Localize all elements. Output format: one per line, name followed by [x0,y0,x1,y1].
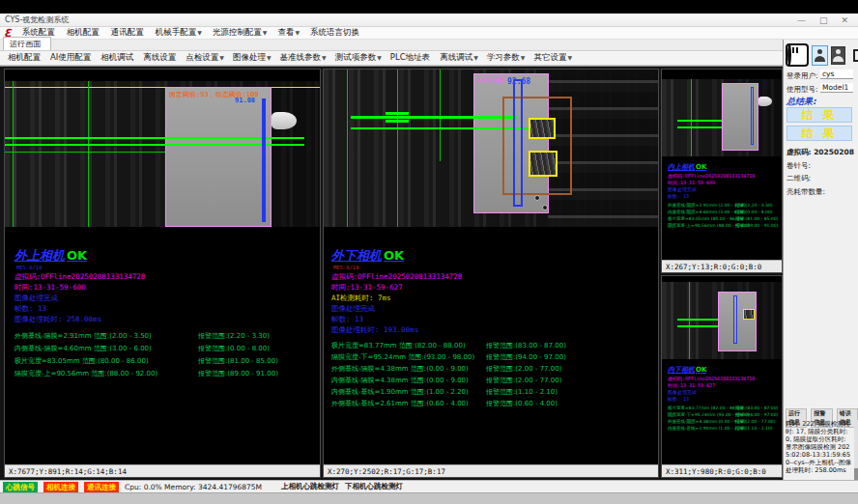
menu-language-switch[interactable]: 系统语言切换 [310,27,360,39]
pixel-coordinate-bar: X:270;Y:2502;R:17;G:17;B:17 [324,464,658,477]
alarm-column: 报警:(2.20 - 3.30) [735,203,773,208]
tool-image-process[interactable]: 图像处理▼ [233,52,272,64]
measurement-row: 内侧基线-隔膜=4.38mm 范围:(0.00 - 9.00)报警范围:(2.0… [331,376,469,385]
virtual-code-line: 虚拟码:OFFline20250208133134728 [668,173,755,179]
tool-test-params[interactable]: 测试项参数▼ [335,52,382,64]
measurement-row: 内侧基线-隔膜=4.60mm (3.00 - 6.00) [668,210,746,214]
camera-view-outer-lower[interactable]: AI检测框 92.68 [324,70,658,227]
green-vertical-line [13,81,14,227]
process-done-line: 图像处理完成 [668,389,697,395]
virtual-code-line: 虚拟码:OFFline20250208133134728 [668,376,755,381]
spool-number-label: 卷针号: [786,161,811,171]
menu-camera-config[interactable]: 相机配置 [67,27,100,39]
camera-name: 外下相机 [331,248,382,263]
tool-plc-address[interactable]: PLC地址表 [390,52,431,64]
qr-code-label: 二维码: [786,174,811,183]
blue-measure-label: 92.68 [507,78,530,86]
minimize-button[interactable]: — [797,15,806,25]
cell-region [718,292,757,351]
bolt-feature [542,205,548,210]
menu-robot-config[interactable]: 机械手配置▼ [156,27,202,39]
log-scrollbar[interactable] [854,420,858,480]
main-area: 固定阈值:93，动态阈值:100 91.08 外上相机OK MES:0/10 虚… [0,66,783,480]
logout-user-button[interactable] [831,46,845,65]
time-line: 时间:13-31-59-600 [14,283,86,292]
time-line: 时间:13-31-59-627 [331,283,403,292]
pause-icon [787,43,791,66]
camera-name: 外上相机 [14,248,65,263]
exit-button[interactable] [848,44,858,66]
green-measure-line [5,137,304,139]
ai-box-label: AI检测框 [477,76,505,84]
tool-spot-check[interactable]: 点检设置▼ [186,52,224,64]
tabbar: 运行画面 [0,40,783,51]
camera-connect-badge: 相机连接 [43,482,78,492]
measurement-row: 隔膜宽度-下=95.24mm 范围:(93.00 - 98.00)报警范围:(9… [331,352,474,362]
yellow-defect-box [529,151,558,177]
camera-status-ok: OK [384,248,404,263]
camera-result-title: 内下相机OK [668,365,706,375]
mes-status: MES:0/10 [16,264,43,272]
tool-offline-debug[interactable]: 离线调试▼ [440,52,478,64]
tool-ai-config[interactable]: AI使用配置 [50,52,92,64]
green-vertical-line [689,282,690,359]
statusbar: 心跳信号 相机连接 通讯连接 Cpu: 0.0% Memory: 3424.41… [0,480,858,492]
frame-count-line: 帧数: 13 [14,304,46,313]
camera-name: 内下相机 [668,366,695,374]
camera-view-inner-upper[interactable] [662,79,782,156]
measurement-row: 外侧基线-隔膜=2.91mm 范围:(2.00 - 3.50)报警范围:(2.2… [14,331,152,341]
tool-other-settings[interactable]: 其它设置▼ [533,52,572,64]
tool-camera-debug[interactable]: 相机调试 [100,52,134,64]
frame-count-line: 帧数: 13 [331,315,363,323]
menu-light-config[interactable]: 光源控制配置▼ [213,27,268,39]
tab-run-screen[interactable]: 运行画面 [3,37,51,50]
tape-count-label: 亮耗带数量: [786,187,825,197]
login-user-value[interactable]: cys [820,70,853,79]
camera-view-outer-upper[interactable]: 固定阈值:93，动态阈值:100 91.08 [5,70,320,227]
alarm-column: 报警:(81.00 - 85.00) [735,216,778,221]
pause-button[interactable] [786,43,809,67]
measurement-row: 内侧基线-隔膜=4.60mm 范围:(3.00 - 6.00)报警范围:(0.0… [14,344,152,353]
process-done-line: 图像处理完成 [668,186,697,192]
control-buttons [786,43,858,67]
gripper-reflection [758,97,772,106]
user-icon [815,49,825,62]
camera-name: 内上相机 [668,163,695,171]
measurement-row: 极片宽度=83.77mm 范围:(82.00 - 88.00)报警范围:(83.… [331,341,466,350]
result-box-2: 结 果 [786,126,852,141]
alarm-column: 报警:(0.00 - 8.00) [735,210,773,214]
yellow-reference-line [5,87,320,88]
titlebar: CYS-视觉检测系统 — □ ✕ [0,14,858,27]
heartbeat-badge: 心跳信号 [3,482,38,492]
tool-learn-params[interactable]: 学习参数▼ [487,52,526,64]
menu-view[interactable]: 查看▼ [277,27,300,39]
blue-measure-line [262,98,266,222]
camera-status-ok: OK [696,366,706,374]
tool-camera-config[interactable]: 相机配置 [8,52,42,64]
measurement-row: 外侧基线-隔膜=4.38mm (0.00 - 9.00) [668,419,746,424]
green-measure-line [677,126,722,128]
login-user-button[interactable] [812,45,828,66]
maximize-button[interactable]: □ [819,15,828,25]
menubar: Ɛ 系统配置 相机配置 通讯配置 机械手配置▼ 光源控制配置▼ 查看▼ 系统语言… [0,27,858,40]
menu-comm-config[interactable]: 通讯配置 [111,27,145,39]
model-value[interactable]: Model1 [820,83,853,93]
time-line: 时间:13-31-59-627 [668,382,715,388]
camera-status-ok: OK [696,163,706,171]
log-scrollbar-thumb[interactable] [854,468,858,480]
lower-camera-heartbeat-label: 下相机心跳检测灯 [345,482,403,491]
blue-measure-label: 91.08 [235,97,255,104]
model-label: 使用型号: [786,85,818,95]
user-icon [833,49,844,62]
close-button[interactable]: ✕ [841,15,848,25]
green-vertical-line [691,79,692,156]
elapsed-line: 图像处理耗时: 193.00ms [331,325,418,334]
control-panel: 登录用户: cys 使用型号: Model1 总结果: 结 果 结 果 虚拟码:… [783,40,858,492]
green-vertical-line [88,81,89,227]
camera-view-inner-lower[interactable] [662,282,782,359]
tool-baseline-params[interactable]: 基准线参数▼ [280,52,327,64]
measurement-row: 内侧基线-基线=1.90mm 范围:(1.00 - 2.20)报警范围:(1.1… [331,387,469,397]
green-vertical-line [347,70,348,227]
window-controls: — □ ✕ [797,15,848,25]
tool-offline-setting[interactable]: 离线设置 [143,52,177,64]
